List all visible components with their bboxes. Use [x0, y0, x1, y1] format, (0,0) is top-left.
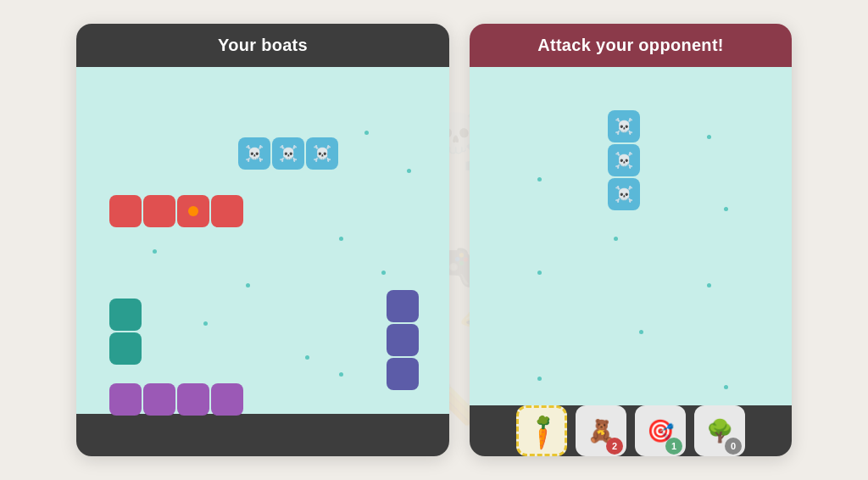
boat-unit [143, 195, 175, 227]
boat-unit [109, 195, 142, 227]
your-boats-footer [76, 414, 449, 456]
bomb-weapon[interactable]: 🧸 2 [576, 405, 626, 456]
boat-unit: ☠️ [238, 137, 270, 170]
bomb-count: 2 [606, 438, 623, 455]
grid-dot [153, 249, 157, 254]
tree-weapon[interactable]: 🌳 0 [694, 405, 745, 456]
blue-skull-boat: ☠️ ☠️ ☠️ [237, 137, 339, 170]
grid-dot [246, 283, 250, 287]
attack-title: Attack your opponent! [537, 36, 724, 54]
boat-unit [387, 324, 419, 356]
your-boats-grid: ☠️ ☠️ ☠️ [76, 67, 449, 414]
boat-unit: ☠️ [272, 137, 304, 170]
teal-boat [108, 298, 142, 366]
opponent-skull-boat: ☠️ ☠️ ☠️ [607, 109, 641, 211]
attack-grid[interactable]: ☠️ ☠️ ☠️ [470, 67, 792, 405]
boat-unit: ☠️ [608, 110, 640, 142]
your-boats-title: Your boats [218, 36, 308, 54]
attack-header: Attack your opponent! [470, 24, 792, 67]
grid-dot [639, 330, 643, 334]
boat-unit [143, 383, 175, 416]
boat-unit [387, 358, 419, 390]
grid-dot [707, 283, 711, 287]
target-weapon[interactable]: 🎯 1 [635, 405, 686, 456]
missile-weapon[interactable]: 🥕 [516, 405, 567, 456]
grid-dot [339, 237, 343, 241]
weapon-bar: 🥕 🧸 2 🎯 1 🌳 0 [470, 405, 792, 456]
boat-unit: ☠️ [306, 137, 338, 170]
grid-dot [537, 377, 542, 381]
boat-unit [109, 299, 142, 331]
tree-count: 0 [725, 438, 742, 455]
your-boats-header: Your boats [76, 24, 449, 67]
boat-unit: ☠️ [608, 178, 640, 210]
grid-dot [364, 131, 369, 135]
red-boat [108, 194, 244, 228]
purple-vertical-boat [386, 289, 420, 391]
game-container: Your boats ☠️ ☠️ ☠️ [76, 24, 792, 456]
grid-dot [407, 169, 411, 173]
grid-dot [339, 372, 343, 377]
boat-unit [211, 195, 243, 227]
missile-icon: 🥕 [520, 410, 564, 453]
boat-unit [177, 195, 209, 227]
purple-horizontal-boat [108, 382, 244, 416]
boat-unit [211, 383, 243, 416]
grid-dot [537, 177, 542, 181]
boat-unit [109, 383, 142, 416]
grid-dot [203, 321, 208, 326]
attack-card: Attack your opponent! ☠️ ☠️ ☠️ � [470, 24, 792, 456]
grid-dot [381, 271, 386, 275]
boat-unit [109, 332, 142, 365]
boat-unit [387, 290, 419, 322]
target-count: 1 [665, 438, 682, 455]
hit-marker [188, 206, 198, 216]
your-boats-card: Your boats ☠️ ☠️ ☠️ [76, 24, 449, 456]
grid-dot [614, 237, 618, 241]
boat-unit: ☠️ [608, 144, 640, 176]
grid-dot [537, 271, 542, 275]
grid-dot [305, 355, 309, 360]
grid-dot [724, 385, 728, 389]
grid-dot [724, 207, 728, 211]
grid-dot [707, 135, 711, 139]
boat-unit [177, 383, 209, 416]
